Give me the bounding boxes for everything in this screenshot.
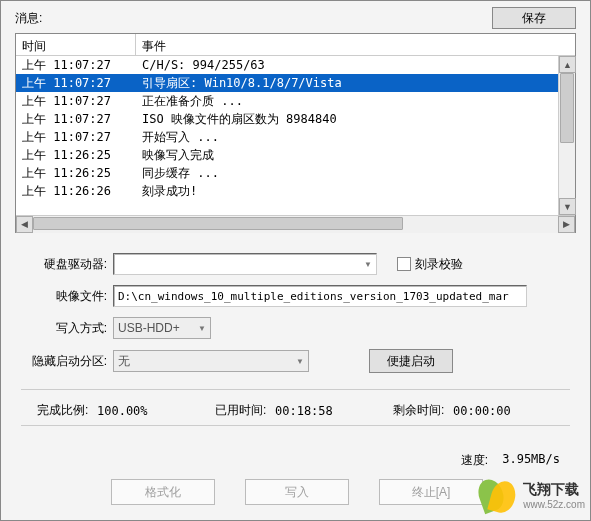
- log-row[interactable]: 上午 11:07:27引导扇区: Win10/8.1/8/7/Vista: [16, 74, 558, 92]
- form-area: 硬盘驱动器: ▼ 刻录校验 映像文件: D:\cn_windows_10_mul…: [21, 253, 570, 383]
- log-col-event[interactable]: 事件: [136, 34, 575, 55]
- horizontal-scrollbar[interactable]: ◀ ▶: [16, 215, 575, 232]
- chevron-down-icon: ▼: [296, 357, 304, 366]
- log-event: 正在准备介质 ...: [136, 92, 558, 110]
- progress-row: 完成比例: 100.00% 已用时间: 00:18:58 剩余时间: 00:00…: [1, 396, 590, 419]
- elapsed-value: 00:18:58: [275, 404, 353, 418]
- log-event: 引导扇区: Win10/8.1/8/7/Vista: [136, 74, 558, 92]
- chevron-down-icon: ▼: [198, 324, 206, 333]
- writemode-combo[interactable]: USB-HDD+ ▼: [113, 317, 211, 339]
- log-event: 刻录成功!: [136, 182, 558, 200]
- writemode-value: USB-HDD+: [118, 321, 180, 335]
- log-time: 上午 11:07:27: [16, 110, 136, 128]
- hidepart-combo[interactable]: 无 ▼: [113, 350, 309, 372]
- log-header: 时间 事件: [16, 34, 575, 56]
- image-combo[interactable]: D:\cn_windows_10_multiple_editions_versi…: [113, 285, 527, 307]
- format-button[interactable]: 格式化: [111, 479, 215, 505]
- log-event: ISO 映像文件的扇区数为 8984840: [136, 110, 558, 128]
- window: 消息: 保存 时间 事件 上午 11:07:27C/H/S: 994/255/6…: [0, 0, 591, 521]
- writemode-label: 写入方式:: [21, 320, 113, 337]
- image-value: D:\cn_windows_10_multiple_editions_versi…: [118, 290, 509, 303]
- log-time: 上午 11:07:27: [16, 56, 136, 74]
- log-row[interactable]: 上午 11:07:27开始写入 ...: [16, 128, 558, 146]
- hidepart-label: 隐藏启动分区:: [21, 353, 113, 370]
- bottom-buttons: 格式化 写入 终止[A]: [1, 473, 590, 515]
- log-row[interactable]: 上午 11:07:27正在准备介质 ...: [16, 92, 558, 110]
- remain-label: 剩余时间:: [393, 402, 453, 419]
- log-event: C/H/S: 994/255/63: [136, 56, 558, 74]
- divider: [21, 389, 570, 390]
- log-row[interactable]: 上午 11:26:26刻录成功!: [16, 182, 558, 200]
- vertical-scrollbar[interactable]: ▲ ▼: [558, 56, 575, 215]
- speed-value: 3.95MB/s: [502, 452, 560, 469]
- write-button[interactable]: 写入: [245, 479, 349, 505]
- hidepart-value: 无: [118, 353, 130, 370]
- scroll-thumb-horizontal[interactable]: [33, 217, 403, 230]
- log-body[interactable]: 上午 11:07:27C/H/S: 994/255/63上午 11:07:27引…: [16, 56, 558, 200]
- log-row[interactable]: 上午 11:26:25映像写入完成: [16, 146, 558, 164]
- chevron-down-icon: ▼: [364, 260, 372, 269]
- save-button[interactable]: 保存: [492, 7, 576, 29]
- log-time: 上午 11:07:27: [16, 74, 136, 92]
- log-time: 上午 11:26:25: [16, 164, 136, 182]
- quickboot-button[interactable]: 便捷启动: [369, 349, 453, 373]
- elapsed-label: 已用时间:: [215, 402, 275, 419]
- drive-label: 硬盘驱动器:: [21, 256, 113, 273]
- divider: [21, 425, 570, 426]
- log-event: 同步缓存 ...: [136, 164, 558, 182]
- scroll-down-icon[interactable]: ▼: [559, 198, 576, 215]
- log-row[interactable]: 上午 11:26:25同步缓存 ...: [16, 164, 558, 182]
- log-event: 映像写入完成: [136, 146, 558, 164]
- image-label: 映像文件:: [21, 288, 113, 305]
- stop-button[interactable]: 终止[A]: [379, 479, 483, 505]
- drive-combo[interactable]: ▼: [113, 253, 377, 275]
- scroll-thumb-vertical[interactable]: [560, 73, 574, 143]
- verify-checkbox[interactable]: [397, 257, 411, 271]
- log-time: 上午 11:07:27: [16, 128, 136, 146]
- verify-label: 刻录校验: [415, 256, 463, 273]
- ratio-value: 100.00%: [97, 404, 175, 418]
- log-row[interactable]: 上午 11:07:27ISO 映像文件的扇区数为 8984840: [16, 110, 558, 128]
- remain-value: 00:00:00: [453, 404, 531, 418]
- log-area: 时间 事件 上午 11:07:27C/H/S: 994/255/63上午 11:…: [15, 33, 576, 233]
- scroll-left-icon[interactable]: ◀: [16, 216, 33, 233]
- speed-label: 速度:: [461, 452, 488, 469]
- scroll-right-icon[interactable]: ▶: [558, 216, 575, 233]
- speed-row: 速度: 3.95MB/s: [1, 432, 590, 473]
- message-label: 消息:: [15, 10, 42, 27]
- log-row[interactable]: 上午 11:07:27C/H/S: 994/255/63: [16, 56, 558, 74]
- log-col-time[interactable]: 时间: [16, 34, 136, 55]
- log-event: 开始写入 ...: [136, 128, 558, 146]
- log-time: 上午 11:26:26: [16, 182, 136, 200]
- topbar: 消息: 保存: [1, 1, 590, 33]
- scroll-up-icon[interactable]: ▲: [559, 56, 576, 73]
- log-time: 上午 11:26:25: [16, 146, 136, 164]
- ratio-label: 完成比例:: [37, 402, 97, 419]
- log-time: 上午 11:07:27: [16, 92, 136, 110]
